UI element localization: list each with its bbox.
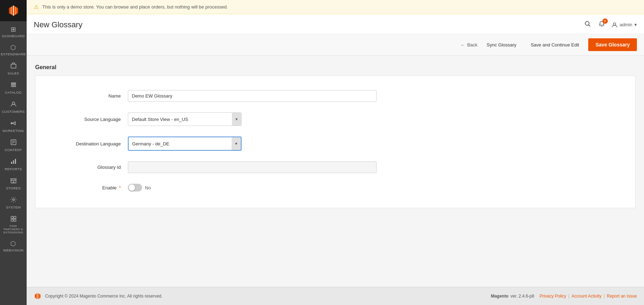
sidebar-item-customers[interactable]: CUSTOMERS xyxy=(0,97,27,116)
svg-rect-5 xyxy=(11,122,12,124)
customers-icon xyxy=(10,101,17,108)
footer-right: Magento ver. 2.4.6-p8 Privacy Policy | A… xyxy=(491,294,637,299)
destination-language-select-wrap: Germany - de_DE English - en_US French -… xyxy=(128,137,242,151)
demo-banner: ⚠ This is only a demo store. You can bro… xyxy=(27,0,644,14)
account-activity-link[interactable]: Account Activity xyxy=(572,294,601,299)
sidebar-item-stores[interactable]: STORES xyxy=(0,174,27,193)
name-label: Name xyxy=(36,93,128,99)
notifications-button[interactable]: 7 xyxy=(597,19,606,30)
footer-magento-label: Magento xyxy=(491,294,508,299)
enable-toggle[interactable] xyxy=(128,184,142,192)
catalog-icon xyxy=(10,82,17,89)
glossary-id-input[interactable] xyxy=(128,161,377,173)
sidebar-item-label: SYSTEM xyxy=(6,205,21,209)
footer: Copyright © 2024 Magento Commerce Inc. A… xyxy=(27,287,644,305)
sidebar-item-extendware[interactable]: ⬡ EXTENDWARE xyxy=(0,41,27,59)
footer-magento-icon xyxy=(34,292,42,300)
destination-language-select[interactable]: Germany - de_DE English - en_US French -… xyxy=(129,138,232,149)
footer-separator-1: | xyxy=(568,294,569,299)
sidebar-item-label: STORES xyxy=(6,186,21,190)
footer-copyright: Copyright © 2024 Magento Commerce Inc. A… xyxy=(45,294,162,299)
source-language-select-wrap: Default Store View - en_US English - en_… xyxy=(128,112,242,126)
sidebar-item-reports[interactable]: REPORTS xyxy=(0,155,27,174)
sidebar-item-label: CUSTOMERS xyxy=(2,110,25,113)
svg-rect-2 xyxy=(11,84,16,85)
source-language-label: Source Language xyxy=(36,117,128,122)
admin-user-menu[interactable]: admin ▾ xyxy=(611,22,637,28)
svg-point-19 xyxy=(585,22,589,26)
enable-no-label: No xyxy=(145,185,151,190)
svg-rect-1 xyxy=(11,83,16,84)
required-indicator: * xyxy=(119,185,121,190)
svg-rect-15 xyxy=(11,216,13,218)
destination-language-row: Destination Language Germany - de_DE Eng… xyxy=(36,132,635,155)
sidebar-item-label: REPORTS xyxy=(5,167,22,171)
footer-left: Copyright © 2024 Magento Commerce Inc. A… xyxy=(34,292,162,300)
sidebar-item-marketing[interactable]: MARKETING xyxy=(0,116,27,135)
svg-rect-16 xyxy=(14,216,16,218)
sidebar-item-catalog[interactable]: CATALOG xyxy=(0,78,27,97)
svg-rect-11 xyxy=(13,160,14,164)
toggle-knob xyxy=(129,184,135,191)
svg-point-14 xyxy=(12,199,14,201)
destination-language-arrow[interactable]: ▾ xyxy=(232,137,241,150)
back-arrow-icon: ← xyxy=(460,42,465,48)
sync-glossary-button[interactable]: Sync Glossary xyxy=(482,39,521,50)
glossary-id-control xyxy=(128,161,377,173)
source-language-select[interactable]: Default Store View - en_US English - en_… xyxy=(128,114,232,125)
enable-row: Enable * No xyxy=(36,179,635,196)
header-actions: 7 admin ▾ xyxy=(583,19,637,30)
source-language-arrow[interactable]: ▾ xyxy=(232,113,241,126)
footer-separator-2: | xyxy=(604,294,605,299)
destination-language-control: Germany - de_DE English - en_US French -… xyxy=(128,137,377,151)
sidebar-item-system[interactable]: SYSTEM xyxy=(0,193,27,212)
general-form-card: Name Source Language Default Store View … xyxy=(35,76,635,208)
warning-icon: ⚠ xyxy=(34,4,39,10)
svg-rect-3 xyxy=(11,86,16,87)
sidebar: ⊞ DASHBOARD ⬡ EXTENDWARE SALES CATALOG C… xyxy=(0,0,27,305)
back-button[interactable]: ← Back xyxy=(460,42,477,48)
marketing-icon xyxy=(10,120,17,127)
main-content: ⚠ This is only a demo store. You can bro… xyxy=(27,0,644,305)
enable-control: No xyxy=(128,184,377,192)
svg-rect-18 xyxy=(14,219,16,221)
admin-dropdown-icon: ▾ xyxy=(634,22,637,27)
report-issue-link[interactable]: Report an Issue xyxy=(607,294,637,299)
extendware-icon: ⬡ xyxy=(10,44,16,51)
sidebar-item-extensions[interactable]: FIND PARTNERS & EXTENSIONS xyxy=(0,212,27,237)
search-button[interactable] xyxy=(583,19,592,30)
webvision-icon: ⬡ xyxy=(10,240,16,247)
sidebar-item-label: CONTENT xyxy=(5,148,22,152)
footer-version-number: ver. 2.4.6-p8 xyxy=(510,294,534,299)
save-glossary-button[interactable]: Save Glossary xyxy=(588,38,637,51)
sidebar-item-webvision[interactable]: ⬡ WEBVISION xyxy=(0,237,27,255)
sidebar-item-label: DASHBOARD xyxy=(2,34,25,38)
system-icon xyxy=(10,196,17,204)
svg-rect-13 xyxy=(13,181,14,183)
name-input[interactable] xyxy=(128,90,377,102)
reports-icon xyxy=(10,158,17,166)
notification-badge: 7 xyxy=(602,18,608,24)
svg-rect-10 xyxy=(11,162,12,164)
sidebar-item-content[interactable]: CONTENT xyxy=(0,135,27,155)
sidebar-item-label: EXTENDWARE xyxy=(1,52,26,56)
save-continue-button[interactable]: Save and Continue Edit xyxy=(526,39,584,50)
source-language-row: Source Language Default Store View - en_… xyxy=(36,108,635,130)
section-title: General xyxy=(35,64,635,71)
sidebar-logo[interactable] xyxy=(0,0,27,21)
svg-line-20 xyxy=(589,25,590,27)
demo-banner-text: This is only a demo store. You can brows… xyxy=(42,4,228,10)
privacy-policy-link[interactable]: Privacy Policy xyxy=(540,294,566,299)
toolbar: ← Back Sync Glossary Save and Continue E… xyxy=(27,34,644,56)
sidebar-item-dashboard[interactable]: ⊞ DASHBOARD xyxy=(0,23,27,41)
sidebar-item-label: MARKETING xyxy=(2,129,24,133)
dashboard-icon: ⊞ xyxy=(11,26,16,33)
svg-rect-0 xyxy=(11,64,16,68)
sales-icon xyxy=(10,62,17,70)
content-area: General Name Source Language Default Sto… xyxy=(27,56,644,287)
stores-icon xyxy=(10,177,17,185)
sidebar-item-sales[interactable]: SALES xyxy=(0,59,27,78)
name-row: Name xyxy=(36,86,635,106)
page-header: New Glossary 7 admin ▾ xyxy=(27,14,644,34)
svg-rect-12 xyxy=(15,159,16,164)
